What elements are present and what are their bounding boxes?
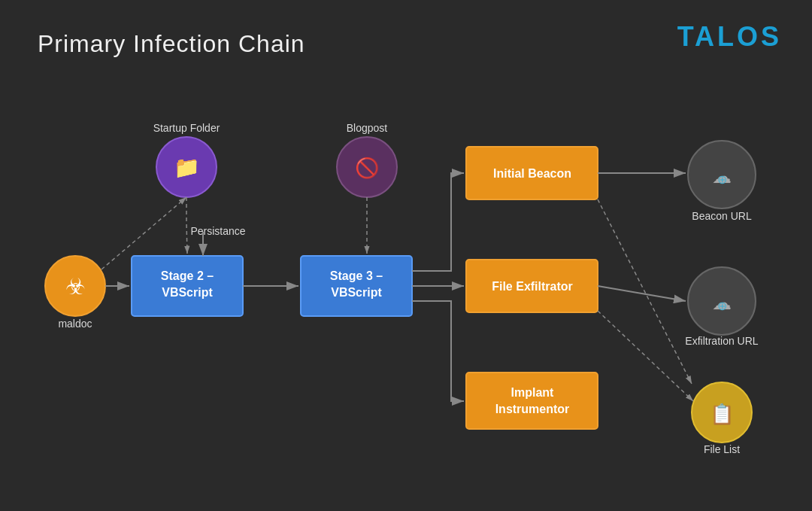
beacon-url-label: Beacon URL [692, 210, 752, 222]
stage2-line1: Stage 2 – [161, 269, 214, 282]
arrow-stage3-beacon [412, 173, 464, 271]
implant-instrumentor-line1: Implant [511, 386, 555, 399]
blogpost-icon: 🚫 [355, 156, 380, 180]
maldoc-label: maldoc [58, 318, 92, 330]
file-list-icon: 📋 [710, 402, 735, 426]
arrow-exfiltrator-url [598, 286, 686, 301]
blogpost-label: Blogpost [347, 122, 388, 134]
implant-instrumentor-line2: Instrumentor [495, 403, 570, 415]
stage3-line1: Stage 3 – [330, 269, 383, 282]
arrow-exfiltrator-filelist-dashed [598, 311, 693, 401]
implant-instrumentor-box [466, 373, 598, 429]
stage3-line2: VBScript [331, 286, 382, 299]
file-list-label: File List [704, 443, 740, 455]
exfiltration-url-label: Exfiltration URL [685, 335, 758, 347]
arrow-beacon-filelist-dashed [598, 199, 692, 384]
startup-folder-icon: 📁 [174, 155, 200, 180]
diagram: ☣ maldoc 📁 Startup Folder 🚫 Blogpost Per… [0, 0, 812, 511]
exfiltration-url-inner-icon: ⊕ [717, 300, 727, 312]
beacon-url-inner-icon: ⊕ [717, 173, 727, 186]
persistance-label: Persistance [190, 225, 245, 237]
stage2-line2: VBScript [162, 286, 213, 299]
initial-beacon-label: Initial Beacon [493, 167, 571, 180]
file-exfiltrator-label: File Exfiltrator [492, 280, 573, 293]
arrow-stage3-implant [412, 301, 464, 401]
maldoc-icon: ☣ [65, 274, 86, 299]
arrow-startup-stage2-dashed [186, 197, 187, 254]
startup-folder-label: Startup Folder [153, 122, 220, 134]
